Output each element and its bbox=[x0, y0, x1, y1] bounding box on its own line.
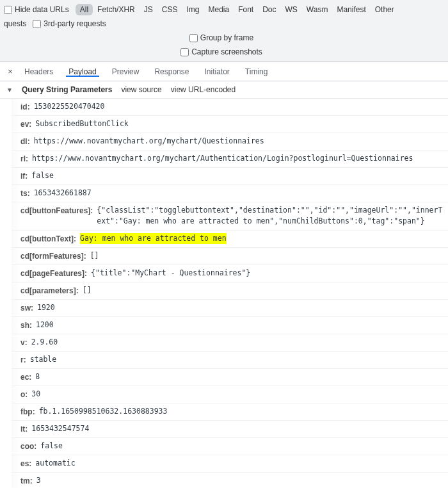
section-title: Query String Parameters bbox=[22, 85, 112, 94]
param-key: cd[buttonFeatures]: bbox=[20, 205, 93, 216]
filter-chip-manifest[interactable]: Manifest bbox=[332, 4, 370, 15]
param-row: fbp:fb.1.1650998510632.1630883933 bbox=[12, 403, 448, 421]
filter-row-3: Group by frame bbox=[4, 31, 444, 45]
tab-headers[interactable]: Headers bbox=[17, 67, 61, 76]
param-value: false bbox=[40, 441, 63, 451]
param-key: o: bbox=[20, 389, 28, 400]
param-key: fbp: bbox=[20, 406, 35, 418]
third-party-input[interactable] bbox=[33, 20, 41, 28]
param-key: if: bbox=[20, 170, 28, 182]
param-row: cd[buttonText]:Gay: men who are attracte… bbox=[12, 231, 448, 248]
requests-text-fragment: quests bbox=[4, 19, 26, 28]
param-key: cd[buttonText]: bbox=[20, 233, 76, 245]
filter-row-2: quests 3rd-party requests bbox=[4, 17, 444, 31]
param-key: id: bbox=[20, 101, 30, 113]
filter-chip-js[interactable]: JS bbox=[140, 4, 157, 15]
view-url-encoded-link[interactable]: view URL-encoded bbox=[171, 85, 236, 94]
param-value: stable bbox=[30, 354, 57, 365]
param-row: id:1530225520470420 bbox=[12, 99, 448, 116]
param-key: sh: bbox=[20, 320, 32, 331]
param-row: ev:SubscribedButtonClick bbox=[12, 116, 448, 133]
param-row: tm:3 bbox=[12, 473, 448, 489]
detail-tabs: × HeadersPayloadPreviewResponseInitiator… bbox=[0, 62, 448, 81]
param-row: o:30 bbox=[12, 386, 448, 403]
filter-chip-font[interactable]: Font bbox=[234, 4, 258, 15]
filter-chip-other[interactable]: Other bbox=[371, 4, 399, 15]
param-row: dl:https://www.novantmychart.org/mychart… bbox=[12, 133, 448, 150]
filter-chip-doc[interactable]: Doc bbox=[258, 4, 280, 15]
filter-chip-fetch-xhr[interactable]: Fetch/XHR bbox=[93, 4, 140, 15]
param-key: ts: bbox=[20, 188, 30, 199]
capture-screenshots-input[interactable] bbox=[180, 48, 189, 56]
group-by-frame-input[interactable] bbox=[189, 34, 198, 42]
param-row: cd[pageFeatures]:{"title":"MyChart - Que… bbox=[12, 265, 448, 282]
param-key: ec: bbox=[20, 371, 31, 383]
param-value: {"title":"MyChart - Questionnaires"} bbox=[91, 268, 250, 279]
param-value: 1200 bbox=[36, 320, 54, 330]
param-value: https://www.novantmychart.org/mychart/Qu… bbox=[34, 136, 264, 147]
param-row: sw:1920 bbox=[12, 300, 448, 317]
view-source-link[interactable]: view source bbox=[121, 85, 161, 94]
param-key: dl: bbox=[20, 136, 30, 147]
param-key: es: bbox=[20, 458, 31, 469]
param-value: Gay: men who are attracted to men bbox=[80, 233, 226, 244]
param-key: it: bbox=[20, 423, 28, 435]
param-key: cd[parameters]: bbox=[20, 285, 79, 297]
param-value: automatic bbox=[35, 458, 75, 469]
tab-response[interactable]: Response bbox=[147, 67, 196, 76]
param-key: cd[formFeatures]: bbox=[20, 250, 86, 262]
filter-chip-img[interactable]: Img bbox=[182, 4, 204, 15]
filter-chip-wasm[interactable]: Wasm bbox=[302, 4, 333, 15]
collapse-caret-icon[interactable]: ▼ bbox=[6, 86, 13, 94]
network-filter-toolbar: Hide data URLs AllFetch/XHRJSCSSImgMedia… bbox=[0, 0, 448, 62]
capture-screenshots-label: Capture screenshots bbox=[191, 47, 262, 56]
hide-data-urls-checkbox[interactable]: Hide data URLs bbox=[4, 5, 69, 14]
param-value: 2.9.60 bbox=[31, 337, 58, 348]
param-row: ts:1653432661887 bbox=[12, 185, 448, 202]
param-key: tm: bbox=[20, 475, 33, 487]
param-key: coo: bbox=[20, 441, 36, 452]
param-row: coo:false bbox=[12, 438, 448, 455]
filter-chip-all[interactable]: All bbox=[76, 4, 93, 15]
param-value: fb.1.1650998510632.1630883933 bbox=[39, 406, 168, 417]
query-params-list: id:1530225520470420ev:SubscribedButtonCl… bbox=[0, 99, 448, 488]
param-row: v:2.9.60 bbox=[12, 334, 448, 352]
param-row: if:false bbox=[12, 168, 448, 185]
param-row: cd[buttonFeatures]:{"classList":"toggleb… bbox=[12, 202, 448, 231]
hide-data-urls-input[interactable] bbox=[4, 6, 12, 14]
filter-row-4: Capture screenshots bbox=[4, 45, 444, 59]
param-value: SubscribedButtonClick bbox=[35, 118, 128, 129]
param-row: es:automatic bbox=[12, 455, 448, 473]
filter-chip-css[interactable]: CSS bbox=[157, 4, 182, 15]
tab-timing[interactable]: Timing bbox=[237, 67, 276, 76]
tab-payload[interactable]: Payload bbox=[61, 67, 104, 76]
param-value: {"classList":"togglebuttontext","destina… bbox=[97, 205, 443, 227]
close-panel-button[interactable]: × bbox=[4, 67, 17, 76]
third-party-checkbox[interactable]: 3rd-party requests bbox=[33, 19, 106, 28]
param-key: rl: bbox=[20, 153, 28, 165]
tab-preview[interactable]: Preview bbox=[104, 67, 147, 76]
query-string-section-header: ▼ Query String Parameters view source vi… bbox=[0, 81, 448, 99]
param-value: false bbox=[31, 170, 54, 181]
param-key: cd[pageFeatures]: bbox=[20, 268, 87, 279]
param-value: [] bbox=[83, 285, 92, 296]
param-value: 1653432661887 bbox=[34, 188, 92, 199]
param-row: sh:1200 bbox=[12, 317, 448, 334]
group-by-frame-label: Group by frame bbox=[200, 33, 253, 42]
param-value: 1530225520470420 bbox=[34, 101, 105, 112]
param-key: r: bbox=[20, 354, 26, 366]
filter-chip-media[interactable]: Media bbox=[204, 4, 234, 15]
param-value: 3 bbox=[36, 475, 41, 486]
param-value: 1920 bbox=[37, 302, 55, 313]
param-row: cd[parameters]:[] bbox=[12, 282, 448, 300]
param-row: r:stable bbox=[12, 352, 448, 369]
param-key: ev: bbox=[20, 118, 31, 130]
group-by-frame-checkbox[interactable]: Group by frame bbox=[189, 33, 253, 42]
filter-chip-ws[interactable]: WS bbox=[281, 4, 302, 15]
third-party-label: 3rd-party requests bbox=[44, 19, 106, 28]
param-value: https://www.novantmychart.org/mychart/Au… bbox=[32, 153, 413, 164]
param-key: sw: bbox=[20, 302, 33, 314]
hide-data-urls-label: Hide data URLs bbox=[15, 5, 69, 14]
tab-initiator[interactable]: Initiator bbox=[196, 67, 237, 76]
capture-screenshots-checkbox[interactable]: Capture screenshots bbox=[180, 47, 262, 56]
